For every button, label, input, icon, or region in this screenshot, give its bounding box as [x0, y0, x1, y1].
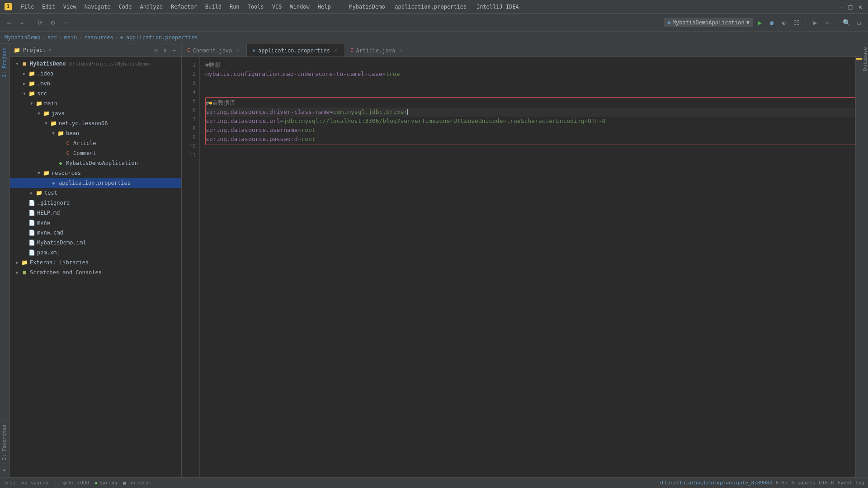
menu-file[interactable]: File [17, 2, 38, 11]
menu-window[interactable]: Window [286, 2, 313, 11]
collapse-all-button[interactable]: − [170, 47, 178, 54]
tree-item-bean[interactable]: ▼ 📁 bean [10, 128, 181, 138]
trailing-spaces-label[interactable]: Trailing spaces [4, 480, 48, 486]
menu-edit[interactable]: Edit [38, 2, 59, 11]
tree-item-iml[interactable]: 📄 MybatisDemo.iml [10, 238, 181, 248]
tree-label-gitignore: .gitignore [37, 200, 70, 206]
navigate-forward-button[interactable]: → [16, 17, 27, 28]
status-spaces[interactable]: 4 spaces [791, 480, 815, 486]
tab-appprops-close[interactable]: ✕ [333, 47, 339, 54]
minimize-panel-button[interactable]: − [60, 17, 71, 28]
maximize-button[interactable]: □ [847, 4, 854, 10]
tree-item-package[interactable]: ▼ 📁 net.yc.lesson06 [10, 118, 181, 128]
expand-toolbar-button[interactable]: ◻ [854, 17, 864, 28]
status-event-log[interactable]: Event Log [837, 480, 864, 486]
tree-arrow-app [50, 160, 57, 167]
tree-item-scratches[interactable]: ▶ ■ Scratches and Consoles [10, 267, 181, 277]
status-line-col[interactable]: 6:57 [776, 480, 788, 486]
menu-code[interactable]: Code [115, 2, 136, 11]
breadcrumb-file[interactable]: application.properties [126, 34, 198, 41]
tab-article-close[interactable]: ✕ [398, 47, 404, 54]
tree-item-mybatisdemo[interactable]: ▼ ■ MybatisDemo D:\IdeaProjects\MybatisD… [10, 59, 181, 69]
tab-appprops[interactable]: ◈ application.properties ✕ [247, 44, 345, 56]
breadcrumb-main[interactable]: main [64, 34, 77, 41]
tree-item-mvnw[interactable]: 📄 mvnw [10, 218, 181, 228]
tab-comment[interactable]: C Comment.java ✕ [182, 44, 247, 56]
tree-arrow-app-properties [42, 179, 50, 187]
terminal-button[interactable]: ■ Terminal [123, 480, 152, 486]
spring-icon-app: ◆ [57, 160, 64, 167]
menu-vcs[interactable]: VCS [269, 2, 286, 11]
file-icon-mvnwcmd: 📄 [28, 229, 35, 236]
tree-item-mvn[interactable]: ▶ 📁 .mvn [10, 79, 181, 89]
breadcrumb-src[interactable]: src [47, 34, 57, 41]
tree-item-extlibs[interactable]: ▶ 📁 External Libraries [10, 258, 181, 267]
close-button[interactable]: ✕ [857, 4, 863, 10]
tab-article[interactable]: C Article.java ✕ [345, 44, 410, 56]
tree-arrow-comment [57, 150, 64, 157]
app-icon: I [5, 3, 12, 10]
tree-item-app[interactable]: ◆ MybatisDemoApplication [10, 158, 181, 168]
todo-button[interactable]: ◍ 6: TODO [63, 480, 89, 486]
search-everywhere-button[interactable]: 🔍 [841, 17, 852, 28]
tree-label-test: test [44, 190, 57, 196]
more-toolbar-button[interactable]: ⋯ [822, 17, 833, 28]
menu-run[interactable]: Run [226, 2, 243, 11]
tab-comment-close[interactable]: ✕ [235, 47, 241, 54]
tree-item-resources[interactable]: ▼ 📁 resources [10, 168, 181, 178]
tree-item-help[interactable]: 📄 HELP.md [10, 208, 181, 218]
folder-icon-resources: 📁 [42, 169, 50, 177]
tree-item-src[interactable]: ▼ 📁 src [10, 89, 181, 99]
tree-item-idea[interactable]: ▶ 📁 .idea [10, 69, 181, 79]
file-icon-mvnw: 📄 [28, 219, 35, 226]
project-label: Project [23, 47, 46, 53]
menu-view[interactable]: View [60, 2, 80, 11]
coverage-button[interactable]: ☷ [791, 17, 802, 28]
menu-analyze[interactable]: Analyze [136, 2, 166, 11]
vertical-tab-favorites[interactable]: 2: Favorites [0, 420, 9, 464]
tree-item-comment[interactable]: C Comment [10, 148, 181, 158]
menu-tools[interactable]: Tools [244, 2, 268, 11]
breadcrumb-sep-1: › [42, 34, 45, 41]
tree-item-article[interactable]: C Article [10, 138, 181, 148]
spring-button[interactable]: ◆ Spring [94, 480, 117, 486]
navigate-back-button[interactable]: ← [4, 17, 14, 28]
line-num-5: 5 [182, 97, 196, 106]
minimize-button[interactable]: − [837, 4, 844, 10]
tree-item-pom[interactable]: 📄 pom.xml [10, 248, 181, 258]
tree-item-gitignore[interactable]: 📄 .gitignore [10, 198, 181, 208]
code-val-8: root [301, 126, 315, 135]
run-config-selector[interactable]: ◆ MybatisDemoApplication ▼ [664, 18, 753, 27]
build-button[interactable]: ☯ [778, 17, 789, 28]
tree-arrow-scratches: ▶ [14, 269, 21, 276]
tree-arrow-mvnw [21, 219, 28, 226]
editor-content[interactable]: 1 2 3 4 5 6 7 8 9 10 11 #映射 [182, 57, 855, 477]
tree-item-app-properties[interactable]: ◈ application.properties [10, 178, 181, 188]
git-button[interactable]: ▶ [810, 17, 821, 28]
run-button[interactable]: ▶ [755, 18, 765, 28]
menu-navigate[interactable]: Navigate [81, 2, 114, 11]
breadcrumb-project[interactable]: MybatisDemo [5, 34, 40, 41]
menu-build[interactable]: Build [202, 2, 225, 11]
settings-button[interactable]: ⚙ [47, 17, 58, 28]
breadcrumb-resources[interactable]: resources [84, 34, 113, 41]
status-encoding[interactable]: UTF-8 [819, 480, 834, 486]
code-line-2: mybatis.configuration.map-underscore-to-… [205, 70, 855, 79]
vertical-tab-star[interactable]: ★ [0, 464, 9, 477]
locate-file-button[interactable]: ◎ [152, 47, 160, 54]
tree-label-mvn: .mvn [37, 80, 50, 87]
database-panel-tab[interactable]: Database [861, 43, 868, 75]
tree-arrow-extlibs: ▶ [14, 259, 21, 266]
sync-button[interactable]: ⟳ [35, 17, 46, 28]
menu-refactor[interactable]: Refactor [167, 2, 201, 11]
debug-button[interactable]: ● [767, 18, 777, 28]
java-icon-comment: C [64, 150, 71, 157]
vertical-tab-project[interactable]: 1: Project [0, 43, 9, 81]
tree-item-java[interactable]: ▼ 📁 java [10, 108, 181, 118]
tree-item-mvnwcmd[interactable]: 📄 mvnw.cmd [10, 228, 181, 238]
project-settings-button[interactable]: ⚙ [161, 47, 169, 54]
tree-item-test[interactable]: ▶ 📁 test [10, 188, 181, 198]
code-area[interactable]: #映射 mybatis.configuration.map-underscore… [200, 57, 855, 477]
tree-item-main[interactable]: ▼ 📁 main [10, 99, 181, 108]
menu-help[interactable]: Help [314, 2, 335, 11]
